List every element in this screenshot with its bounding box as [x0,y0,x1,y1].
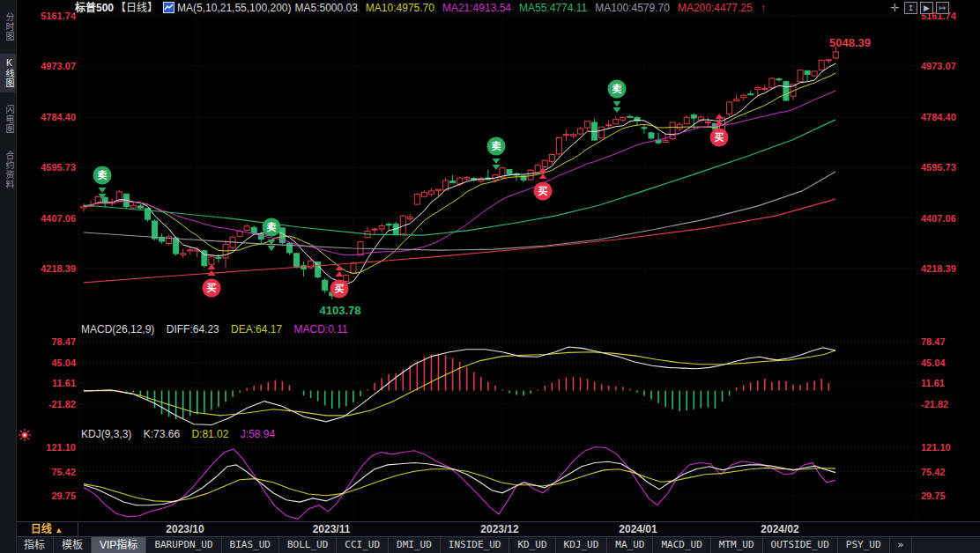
svg-text:买: 买 [538,186,548,196]
toolbar-item-kd_ud[interactable]: KD_UD [509,537,555,553]
macd-pane-header: MACD(26,12,9) DIFF:64.23 DEA:64.17 MACD:… [81,323,357,335]
price-axis-label: 4595.73 [41,162,76,173]
ma-value-label: MA10:4975.70 [366,2,434,14]
ma-params-label: MA(5,10,21,55,100,200) [177,2,291,14]
period-selector[interactable]: 日线 ▲ [16,522,78,536]
kline-chart-icon [163,2,174,18]
macd-diff-value: DIFF:64.23 [167,323,219,335]
toolbar-item-inside_ud[interactable]: INSIDE_UD [441,537,510,553]
toolbar-item-boll_ud[interactable]: BOLL_UD [279,537,337,553]
toolbar-item-[interactable]: 指标 [16,537,54,553]
ma-value-label: MA200:4477.25 [678,2,753,14]
toolbar-item-kdj_ud[interactable]: KDJ_UD [556,537,608,553]
macd-macd-value: MACD:0.11 [293,323,347,335]
kdj-d-value: D:81.02 [191,428,228,440]
macd-axis-label: -21.82 [48,399,76,410]
toolbar-item-ma_ud[interactable]: MA_UD [607,537,653,553]
period-tag: 【日线】 [115,2,158,14]
indicator-toolbar: 指标模板VIP指标BARUPDN_UDBIAS_UDBOLL_UDCCI_UDD… [16,537,980,553]
macd-dea-value: DEA:64.17 [231,323,282,335]
main-chart-header: 标普500【日线】MA(5,10,21,55,100,200)MA5:5000.… [75,0,766,16]
svg-text:买: 买 [335,284,345,294]
toolbar-item-barupdn_ud[interactable]: BARUPDN_UD [146,537,221,553]
date-label: 2023/11 [301,522,362,536]
macd-axis-label: 78.47 [921,336,946,348]
macd-axis-label: -21.82 [921,399,948,410]
toolbar-item-psy_ud[interactable]: PSY_UD [838,537,890,553]
date-label: 2023/12 [469,522,531,536]
kdj-axis-label: 29.75 [921,490,946,502]
period-label: 日线 [31,523,52,535]
zoom-vertical-icon[interactable]: ↥ [904,2,917,14]
ma-value-label: MA5:5000.03 [294,2,357,14]
kdj-j-value: J:58.94 [241,428,275,440]
toolbar-item-»[interactable]: » [890,537,913,553]
price-axis-label: 4407.06 [921,213,956,225]
macd-axis-label: 78.47 [51,336,76,348]
ma-value-label: MA21:4913.54 [442,2,511,14]
toolbar-item-outside_ud[interactable]: OUTSIDE_UD [763,537,838,553]
toolbar-item-cci_ud[interactable]: CCI_UD [337,537,389,553]
svg-text:卖: 卖 [267,221,277,232]
trend-up-arrow: ↑ [761,1,767,14]
ma-value-label: MA55:4774.11 [519,2,587,14]
macd-axis-label: 45.04 [921,358,946,369]
kdj-axis-label: 75.42 [51,467,76,478]
price-tag: 5048.39 [829,36,871,49]
price-axis-label: 5161.74 [41,11,76,22]
chart-canvas: 卖买卖买卖买卖买5048.394103.78 [0,0,980,553]
toolbar-item-mtm_ud[interactable]: MTM_UD [711,537,763,553]
kdj-axis-label: 75.42 [921,467,946,478]
kdj-axis-label: 121.10 [46,442,76,453]
sidebar-item-2[interactable]: K线图 [0,54,16,92]
time-axis-row: 日线 ▲ 2023/102023/112023/122024/012024/02 [16,521,980,537]
price-axis-label: 4973.07 [921,61,956,72]
date-label: 2023/10 [154,522,216,536]
ma-values: MA5:5000.03MA10:4975.70MA21:4913.54MA55:… [294,2,760,14]
trading-app-window: 卖买卖买卖买卖买5048.394103.78 分时图K线图闪电图合约资料 标普5… [0,0,980,553]
date-label: 2024/01 [607,522,669,536]
date-label: 2024/02 [749,522,811,536]
svg-text:卖: 卖 [612,83,622,94]
price-axis-label: 4218.39 [41,263,76,275]
price-axis-label: 4407.06 [41,213,76,225]
price-tag: 4103.78 [320,304,361,317]
sidebar-item-4[interactable]: 合约资料 [0,146,16,194]
macd-axis-label: 11.61 [921,378,945,389]
expand-right-icon[interactable]: ↦ [936,2,949,14]
chart-type-sidebar: 分时图K线图闪电图合约资料 [0,0,17,553]
svg-text:卖: 卖 [98,169,108,181]
toolbar-item-dmi_ud[interactable]: DMI_UD [389,537,441,553]
toolbar-item-bias_ud[interactable]: BIAS_UD [222,537,279,553]
window-tool-icons: ✛↥▶↦ [888,2,949,14]
toolbar-item-vip[interactable]: VIP指标 [92,537,146,553]
macd-params-label: MACD(26,12,9) [81,323,154,335]
kdj-axis-label: 121.10 [921,442,951,453]
ma-value-label: MA100:4579.70 [595,2,670,14]
symbol-name: 标普500 [75,2,114,14]
price-axis-label: 4784.40 [41,112,76,123]
kdj-axis-label: 29.75 [51,490,76,502]
kdj-params-label: KDJ(9,3,3) [81,428,131,440]
price-axis-label: 4973.07 [41,61,76,72]
price-axis-label: 4595.73 [921,162,956,173]
zoom-horizontal-icon[interactable]: ▶ [920,2,933,14]
sidebar-item-1[interactable]: 分时图 [0,8,16,46]
svg-text:买: 买 [715,132,724,143]
triangle-up-icon: ▲ [55,526,63,535]
toolbar-item-[interactable]: 模板 [54,537,92,553]
crosshair-icon[interactable]: ✛ [888,2,902,14]
indicator-alert-icon[interactable] [18,428,32,446]
sidebar-item-3[interactable]: 闪电图 [0,100,16,138]
kdj-k-value: K:73.66 [144,428,180,440]
price-axis-label: 4784.40 [921,112,956,123]
macd-axis-label: 11.61 [52,378,76,389]
kdj-pane-header: KDJ(9,3,3) K:73.66 D:81.02 J:58.94 [81,428,284,440]
svg-text:卖: 卖 [492,140,501,151]
price-axis-label: 4218.39 [921,263,956,275]
svg-text:买: 买 [207,283,217,293]
macd-axis-label: 45.04 [51,358,76,369]
toolbar-item-macd_ud[interactable]: MACD_UD [653,537,710,553]
